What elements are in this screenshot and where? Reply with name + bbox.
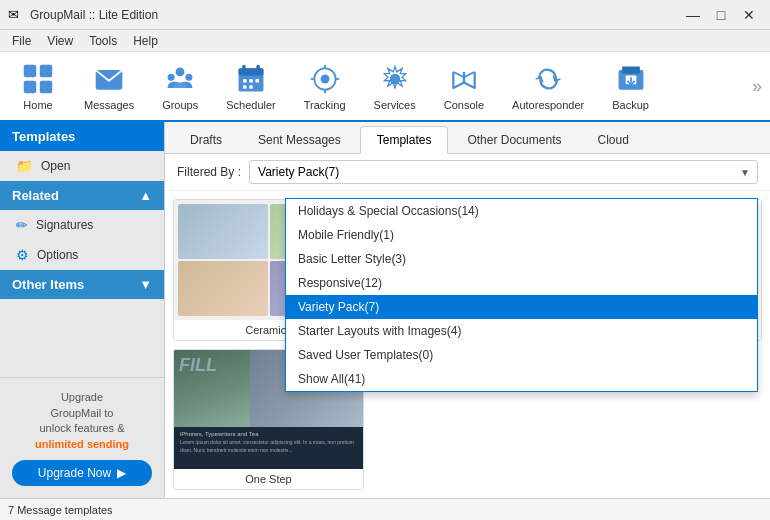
toolbar-backup[interactable]: Backup — [600, 57, 661, 115]
svg-rect-14 — [255, 79, 259, 83]
menu-help[interactable]: Help — [125, 32, 166, 50]
upgrade-arrow-icon: ▶ — [117, 466, 126, 480]
dropdown-item-mobile[interactable]: Mobile Friendly(1) — [286, 223, 757, 247]
svg-point-18 — [320, 75, 329, 84]
toolbar-console[interactable]: Console — [432, 57, 496, 115]
toolbar-expand-icon[interactable]: » — [752, 76, 762, 97]
upgrade-highlight: unlimited sending — [35, 438, 129, 450]
main-area: Templates 📁 Open Related ▲ ✏ Signatures … — [0, 122, 770, 498]
toolbar-home[interactable]: Home — [8, 57, 68, 115]
menu-view[interactable]: View — [39, 32, 81, 50]
svg-line-25 — [464, 72, 475, 77]
sidebar-options-label: Options — [37, 248, 78, 262]
svg-rect-1 — [40, 65, 52, 77]
dropdown-item-responsive[interactable]: Responsive(12) — [286, 271, 757, 295]
svg-rect-3 — [40, 81, 52, 93]
toolbar-backup-label: Backup — [612, 99, 649, 111]
sidebar-templates-header[interactable]: Templates — [0, 122, 164, 151]
scheduler-icon — [233, 61, 269, 97]
filter-label: Filtered By : — [177, 165, 241, 179]
tab-other-documents[interactable]: Other Documents — [450, 126, 578, 153]
svg-point-6 — [168, 74, 175, 81]
svg-point-5 — [176, 67, 185, 76]
toolbar-console-label: Console — [444, 99, 484, 111]
app-title: GroupMail :: Lite Edition — [30, 8, 680, 22]
toolbar-services[interactable]: Services — [362, 57, 428, 115]
template-one-step-label: One Step — [174, 469, 363, 489]
dropdown-item-basic-letter[interactable]: Basic Letter Style(3) — [286, 247, 757, 271]
filter-dropdown: Holidays & Special Occasions(14) Mobile … — [285, 198, 758, 392]
tracking-icon — [307, 61, 343, 97]
filter-select-wrapper: Variety Pack(7) ▼ — [249, 160, 758, 184]
upgrade-text: Upgrade GroupMail to unlock features & u… — [12, 390, 152, 452]
sidebar-item-open[interactable]: 📁 Open — [0, 151, 164, 181]
svg-rect-13 — [249, 79, 253, 83]
menu-bar: File View Tools Help — [0, 30, 770, 52]
status-bar: 7 Message templates — [0, 498, 770, 520]
svg-rect-2 — [24, 81, 36, 93]
minimize-button[interactable]: — — [680, 4, 706, 26]
toolbar-autoresponder-label: Autoresponder — [512, 99, 584, 111]
home-icon — [20, 61, 56, 97]
dropdown-item-starter[interactable]: Starter Layouts with Images(4) — [286, 319, 757, 343]
svg-rect-12 — [243, 79, 247, 83]
upgrade-button-label: Upgrade Now — [38, 466, 111, 480]
svg-rect-10 — [242, 65, 246, 72]
dropdown-item-variety-pack[interactable]: Variety Pack(7) — [286, 295, 757, 319]
svg-rect-15 — [243, 85, 247, 89]
options-icon: ⚙ — [16, 247, 29, 263]
groups-icon — [162, 61, 198, 97]
toolbar: Home Messages Groups — [0, 52, 770, 122]
messages-icon — [91, 61, 127, 97]
sidebar-templates-label: Templates — [12, 129, 75, 144]
filter-bar: Filtered By : Variety Pack(7) ▼ — [165, 154, 770, 191]
toolbar-scheduler[interactable]: Scheduler — [214, 57, 288, 115]
console-icon — [446, 61, 482, 97]
chevron-down-icon: ▼ — [139, 277, 152, 292]
sidebar-other-items-label: Other Items — [12, 277, 84, 292]
title-bar: ✉ GroupMail :: Lite Edition — □ ✕ — [0, 0, 770, 30]
sidebar-item-signatures[interactable]: ✏ Signatures — [0, 210, 164, 240]
app-icon: ✉ — [8, 7, 24, 23]
toolbar-services-label: Services — [374, 99, 416, 111]
dropdown-item-holidays[interactable]: Holidays & Special Occasions(14) — [286, 199, 757, 223]
content-area: Drafts Sent Messages Templates Other Doc… — [165, 122, 770, 498]
sidebar-item-options[interactable]: ⚙ Options — [0, 240, 164, 270]
tab-cloud[interactable]: Cloud — [580, 126, 645, 153]
open-icon: 📁 — [16, 158, 33, 174]
tab-bar: Drafts Sent Messages Templates Other Doc… — [165, 122, 770, 154]
window-controls: — □ ✕ — [680, 4, 762, 26]
toolbar-home-label: Home — [23, 99, 52, 111]
svg-point-7 — [186, 74, 193, 81]
svg-rect-11 — [256, 65, 260, 72]
sidebar-related-header[interactable]: Related ▲ — [0, 181, 164, 210]
svg-line-24 — [453, 72, 464, 77]
toolbar-autoresponder[interactable]: Autoresponder — [500, 57, 596, 115]
toolbar-scheduler-label: Scheduler — [226, 99, 276, 111]
maximize-button[interactable]: □ — [708, 4, 734, 26]
status-text: 7 Message templates — [8, 504, 113, 516]
services-icon — [377, 61, 413, 97]
filter-select[interactable]: Variety Pack(7) — [249, 160, 758, 184]
autoresponder-icon — [530, 61, 566, 97]
tab-templates[interactable]: Templates — [360, 126, 449, 154]
sidebar-open-label: Open — [41, 159, 70, 173]
sidebar-templates-content: 📁 Open — [0, 151, 164, 181]
tab-drafts[interactable]: Drafts — [173, 126, 239, 153]
close-button[interactable]: ✕ — [736, 4, 762, 26]
svg-rect-27 — [622, 67, 640, 74]
sidebar-related-label: Related — [12, 188, 59, 203]
dropdown-item-show-all[interactable]: Show All(41) — [286, 367, 757, 391]
tab-sent-messages[interactable]: Sent Messages — [241, 126, 358, 153]
toolbar-groups[interactable]: Groups — [150, 57, 210, 115]
menu-file[interactable]: File — [4, 32, 39, 50]
backup-icon — [613, 61, 649, 97]
upgrade-box: Upgrade GroupMail to unlock features & u… — [0, 377, 164, 498]
toolbar-messages[interactable]: Messages — [72, 57, 146, 115]
dropdown-item-saved[interactable]: Saved User Templates(0) — [286, 343, 757, 367]
signatures-icon: ✏ — [16, 217, 28, 233]
menu-tools[interactable]: Tools — [81, 32, 125, 50]
upgrade-button[interactable]: Upgrade Now ▶ — [12, 460, 152, 486]
sidebar-other-items-header[interactable]: Other Items ▼ — [0, 270, 164, 299]
toolbar-tracking[interactable]: Tracking — [292, 57, 358, 115]
